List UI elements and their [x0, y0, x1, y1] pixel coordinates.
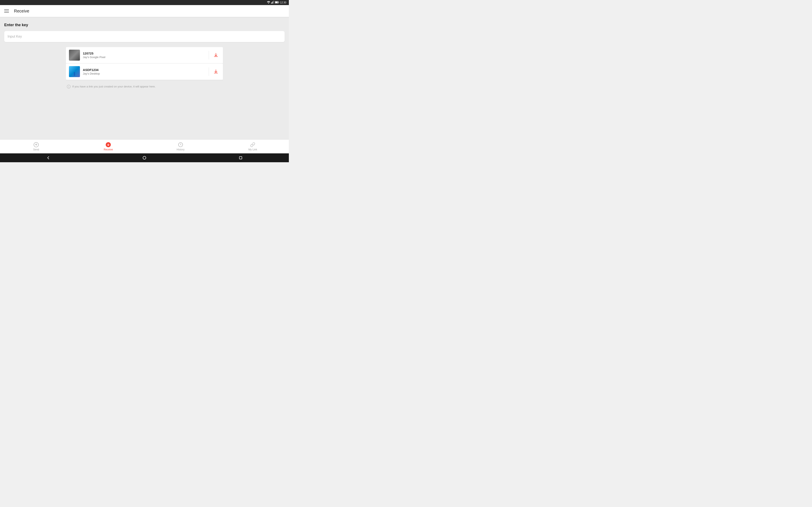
app-bar: Receive [0, 5, 289, 17]
svg-rect-4 [273, 1, 274, 4]
link-device-1: Jay's Desktop [83, 72, 206, 75]
bottom-nav: Send Receive History My Link [0, 139, 289, 153]
svg-rect-3 [273, 1, 273, 4]
nav-item-history[interactable]: History [144, 139, 217, 153]
android-nav-bar [0, 153, 289, 162]
svg-point-13 [143, 156, 146, 159]
svg-rect-1 [272, 2, 272, 4]
android-back-button[interactable] [45, 155, 51, 161]
android-recent-button[interactable] [238, 155, 244, 161]
link-item: ASDF1234 Jay's Desktop [66, 63, 223, 80]
history-icon [178, 142, 183, 147]
items-container: 120725 Jay's Google Pixel ASDF1234 Jay's… [4, 47, 285, 93]
nav-history-label: History [176, 148, 185, 151]
download-button-0[interactable] [212, 51, 220, 59]
section-title: Enter the key [4, 23, 285, 27]
hint-container: If you have a link you just created on y… [66, 81, 223, 93]
key-input[interactable] [4, 31, 285, 42]
android-home-button[interactable] [141, 155, 148, 161]
app-bar-title: Receive [14, 9, 29, 13]
hamburger-menu-button[interactable] [3, 8, 10, 13]
nav-mylink-label: My Link [248, 148, 257, 151]
link-list: 120725 Jay's Google Pixel ASDF1234 Jay's… [66, 47, 223, 93]
divider-vertical-0 [209, 51, 209, 59]
status-icons: 12:30 [267, 1, 286, 4]
send-icon [34, 142, 39, 147]
nav-item-send[interactable]: Send [0, 139, 72, 153]
nav-send-label: Send [33, 148, 39, 151]
status-time: 12:30 [280, 1, 286, 4]
link-info-1: ASDF1234 Jay's Desktop [80, 68, 206, 75]
svg-rect-7 [275, 2, 277, 3]
svg-rect-2 [272, 1, 273, 4]
link-thumbnail-0 [69, 50, 80, 61]
link-thumbnail-1 [69, 66, 80, 77]
mylink-icon [250, 142, 255, 147]
info-icon [67, 85, 70, 90]
battery-icon [275, 1, 279, 4]
hint-text: If you have a link you just created on y… [72, 84, 156, 89]
link-device-0: Jay's Google Pixel [83, 56, 206, 59]
svg-rect-6 [278, 2, 279, 3]
main-content: Enter the key 120725 Jay's Google Pixel [0, 17, 289, 139]
link-item: 120725 Jay's Google Pixel [66, 47, 223, 63]
divider-horizontal [66, 80, 223, 81]
nav-item-receive[interactable]: Receive [72, 139, 145, 153]
svg-point-9 [68, 86, 69, 86]
download-button-1[interactable] [212, 68, 220, 76]
wifi-icon [267, 1, 270, 4]
svg-rect-0 [271, 3, 271, 4]
receive-icon [106, 142, 111, 147]
nav-receive-label: Receive [104, 148, 113, 151]
divider-vertical-1 [209, 67, 209, 76]
status-bar: 12:30 [0, 0, 289, 5]
signal-icon [271, 1, 274, 4]
nav-item-mylink[interactable]: My Link [217, 139, 289, 153]
link-key-1: ASDF1234 [83, 68, 206, 72]
svg-rect-14 [239, 157, 242, 159]
link-info-0: 120725 Jay's Google Pixel [80, 52, 206, 59]
link-key-0: 120725 [83, 52, 206, 55]
